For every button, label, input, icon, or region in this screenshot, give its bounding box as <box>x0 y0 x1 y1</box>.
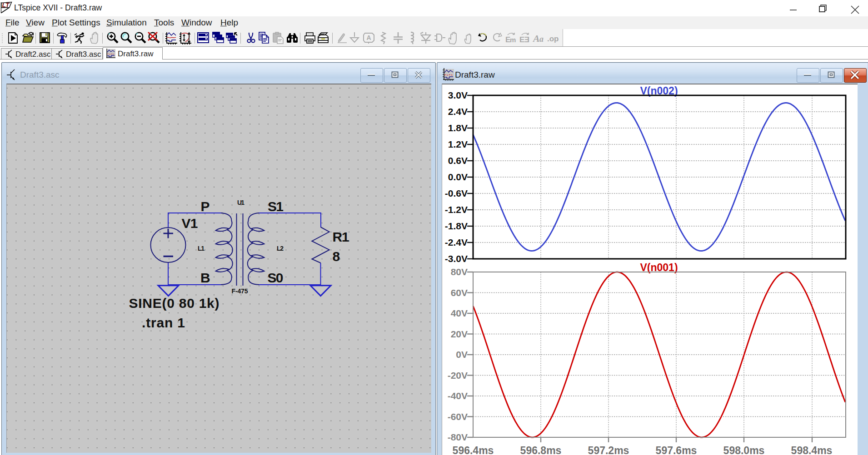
svg-text:E: E <box>524 35 529 44</box>
svg-text:A: A <box>366 34 371 41</box>
svg-text:E: E <box>519 35 524 44</box>
svg-text:B: B <box>200 270 210 285</box>
svg-text:596.4ms: 596.4ms <box>453 445 494 455</box>
svg-text:80V: 80V <box>451 267 468 277</box>
svg-text:2.4V: 2.4V <box>448 106 468 117</box>
svg-text:-60V: -60V <box>448 411 468 422</box>
svg-text:A: A <box>533 33 540 44</box>
svg-text:SINE(0 80 1k): SINE(0 80 1k) <box>129 296 219 311</box>
svg-text:-3.0V: -3.0V <box>445 253 468 264</box>
svg-text:S0: S0 <box>268 270 284 285</box>
svg-text:V1: V1 <box>182 216 198 231</box>
svg-text:3.0V: 3.0V <box>448 90 468 100</box>
svg-text:-1.8V: -1.8V <box>445 221 468 231</box>
svg-text:0.0V: 0.0V <box>448 172 468 182</box>
svg-text:F-475: F-475 <box>232 287 248 295</box>
svg-text:20V: 20V <box>451 329 468 339</box>
svg-text:597.6ms: 597.6ms <box>656 445 697 455</box>
svg-text:-40V: -40V <box>448 391 468 401</box>
svg-text:1.8V: 1.8V <box>448 123 468 133</box>
svg-text:a: a <box>539 35 544 44</box>
svg-text:m: m <box>510 36 516 44</box>
svg-text:-2.4V: -2.4V <box>445 237 468 247</box>
svg-text:598.0ms: 598.0ms <box>723 445 765 455</box>
svg-text:60V: 60V <box>451 287 468 298</box>
svg-text:LT: LT <box>2 1 10 9</box>
svg-text:-20V: -20V <box>448 370 468 381</box>
svg-text:598.4ms: 598.4ms <box>791 445 833 455</box>
svg-text:U1: U1 <box>237 199 244 206</box>
svg-text:L1: L1 <box>198 245 205 252</box>
svg-text:-1.2V: -1.2V <box>445 204 468 215</box>
svg-text:597.2ms: 597.2ms <box>588 445 629 455</box>
svg-text:L2: L2 <box>277 245 284 252</box>
svg-text:1.2V: 1.2V <box>448 139 468 149</box>
svg-text:0V: 0V <box>456 349 468 360</box>
svg-text:-80V: -80V <box>448 432 468 442</box>
svg-text:8: 8 <box>333 249 340 264</box>
svg-text:S1: S1 <box>268 199 284 214</box>
svg-text:-0.6V: -0.6V <box>445 188 468 198</box>
svg-text:P: P <box>201 199 210 214</box>
svg-text:596.8ms: 596.8ms <box>520 445 562 455</box>
svg-text:.op: .op <box>547 35 559 43</box>
svg-text:.tran 1: .tran 1 <box>142 315 185 330</box>
svg-text:R1: R1 <box>333 229 349 244</box>
svg-text:40V: 40V <box>451 308 468 318</box>
svg-text:0.6V: 0.6V <box>448 155 468 166</box>
